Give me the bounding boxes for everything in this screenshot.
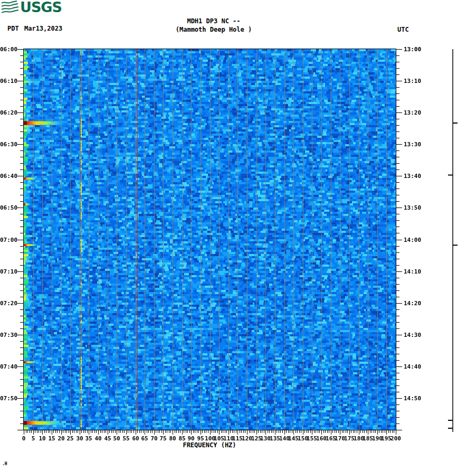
left-axis-tick xyxy=(20,278,23,278)
bottom-axis-tick xyxy=(46,430,46,433)
right-axis-tick xyxy=(396,214,399,214)
bottom-axis-tick xyxy=(364,430,365,433)
bottom-axis-tick xyxy=(308,430,309,433)
bottom-axis-tick xyxy=(347,430,348,433)
left-axis-tick xyxy=(17,208,23,208)
left-axis-tick xyxy=(20,379,23,380)
right-axis-tick-label: 13:00 xyxy=(404,46,421,52)
spectrogram-frame xyxy=(23,49,396,430)
right-axis-tick xyxy=(396,169,399,170)
bottom-axis-tick xyxy=(70,430,71,435)
bottom-axis-tick xyxy=(279,430,279,433)
bottom-axis-tick xyxy=(176,430,177,433)
bottom-axis-tick xyxy=(198,430,199,433)
bottom-axis-tick xyxy=(42,430,43,435)
bottom-axis-tick xyxy=(286,430,287,433)
left-axis-tick xyxy=(20,265,23,266)
right-axis-tick xyxy=(396,290,399,291)
bottom-axis-tick xyxy=(225,430,225,433)
bottom-axis-tick xyxy=(260,430,261,433)
right-axis-tick xyxy=(396,322,399,323)
bottom-axis-tick xyxy=(284,430,285,435)
bottom-axis-tick xyxy=(202,430,203,433)
right-axis-tick xyxy=(396,189,399,189)
bottom-axis-tick xyxy=(81,430,82,433)
left-axis-tick xyxy=(20,182,23,183)
bottom-axis-tick xyxy=(379,430,379,433)
bottom-axis-tick xyxy=(243,430,244,433)
bottom-axis-tick xyxy=(165,430,166,433)
bottom-axis-tick xyxy=(318,430,318,433)
left-axis-tick xyxy=(20,316,23,316)
usgs-wave-icon xyxy=(1,1,19,14)
bottom-axis-tick xyxy=(80,430,80,435)
right-axis-tick xyxy=(396,423,399,424)
left-axis-tick-label: 07:40 xyxy=(0,364,17,370)
bottom-axis-tick xyxy=(336,430,337,433)
left-axis-tick xyxy=(20,220,23,221)
bottom-axis-tick xyxy=(331,430,331,435)
bottom-axis-tick xyxy=(349,430,350,435)
bottom-axis-tick xyxy=(214,430,214,433)
bottom-axis-tick xyxy=(208,430,208,433)
right-axis-tick xyxy=(396,366,402,367)
amplitude-trace xyxy=(446,48,461,438)
bottom-axis-tick xyxy=(307,430,307,433)
bottom-axis-tick xyxy=(150,430,151,433)
bottom-axis-tick xyxy=(159,430,160,433)
bottom-axis-tick xyxy=(268,430,268,433)
bottom-axis-tick xyxy=(106,430,106,433)
bottom-axis-tick xyxy=(344,430,344,433)
left-axis-tick xyxy=(20,189,23,189)
left-axis-tick xyxy=(20,373,23,373)
bottom-axis-tick xyxy=(271,430,272,433)
right-axis-tick xyxy=(396,163,399,164)
bottom-axis-tick xyxy=(372,430,372,433)
right-axis-tick xyxy=(396,93,399,94)
left-axis-tick xyxy=(20,131,23,132)
right-axis-tick xyxy=(396,284,399,285)
bottom-axis-tick xyxy=(193,430,194,433)
bottom-axis-tick xyxy=(377,430,378,435)
bottom-axis-tick xyxy=(368,430,368,435)
date-label: Mar13,2023 xyxy=(24,25,62,32)
bottom-axis-tick xyxy=(269,430,270,433)
left-axis-tick xyxy=(20,252,23,253)
right-axis-tick xyxy=(396,100,399,100)
bottom-axis-tick xyxy=(346,430,346,433)
right-axis-tick xyxy=(396,182,399,183)
left-axis-tick xyxy=(20,297,23,297)
left-axis-tick-label: 06:20 xyxy=(0,110,17,116)
bottom-axis-tick xyxy=(357,430,357,433)
bottom-axis-tick xyxy=(48,430,49,433)
bottom-axis-tick xyxy=(27,430,28,433)
bottom-axis-tick xyxy=(316,430,316,433)
bottom-axis-tick xyxy=(293,430,294,435)
bottom-axis-tick xyxy=(394,430,394,433)
bottom-axis-tick xyxy=(102,430,102,433)
right-axis-tick xyxy=(396,220,399,221)
right-axis-tick xyxy=(396,360,399,361)
bottom-axis-tick xyxy=(158,430,158,433)
right-axis-tick xyxy=(396,74,399,75)
bottom-axis-tick xyxy=(63,430,63,433)
right-axis-tick xyxy=(396,328,399,329)
bottom-axis-tick xyxy=(247,430,247,435)
right-axis-tick-label: 13:40 xyxy=(404,173,421,179)
bottom-axis-tick xyxy=(167,430,167,433)
bottom-axis-tick xyxy=(241,430,242,433)
bottom-axis-tick xyxy=(262,430,262,433)
bottom-axis-tick xyxy=(297,430,298,433)
left-axis-tick xyxy=(20,55,23,56)
left-axis-tick xyxy=(20,106,23,107)
bottom-axis-tick xyxy=(370,430,370,433)
bottom-axis-tick xyxy=(229,430,229,435)
right-axis-tick xyxy=(396,55,399,56)
bottom-axis-tick xyxy=(383,430,383,433)
bottom-axis-tick xyxy=(78,430,78,433)
right-axis-tick xyxy=(396,150,399,151)
left-axis-tick xyxy=(20,404,23,405)
bottom-axis-tick xyxy=(122,430,123,433)
left-axis-tick xyxy=(20,87,23,88)
bottom-axis-tick xyxy=(41,430,41,433)
